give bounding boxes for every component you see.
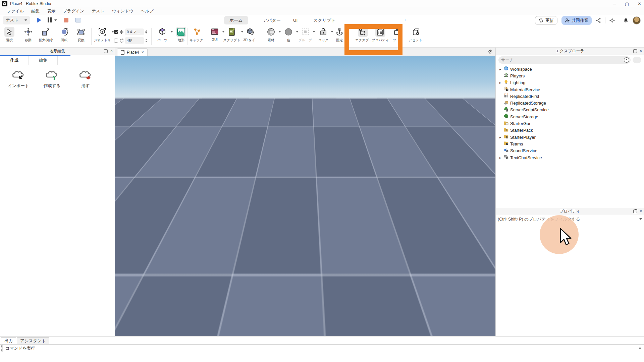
- transform-tool-button[interactable]: 変換: [72, 27, 90, 43]
- terrain-create-icon: [40, 70, 64, 81]
- asset-manager-button[interactable]: アセット..: [407, 27, 426, 43]
- ribbon-tab-UI[interactable]: UI: [288, 16, 303, 24]
- tree-item-SoundService[interactable]: SoundService: [496, 147, 644, 154]
- move-snap-checkbox[interactable]: [114, 30, 118, 34]
- script-button[interactable]: スクリプト: [222, 27, 241, 43]
- tree-item-StarterPlayer[interactable]: ▸ StarterPlayer: [496, 134, 644, 140]
- tab-close-icon[interactable]: ×: [142, 50, 144, 55]
- move-snap-value[interactable]: 0.4 マ...: [125, 28, 144, 35]
- close-panel-icon[interactable]: ×: [640, 209, 642, 214]
- stop-button[interactable]: [64, 18, 68, 22]
- ribbon-tab-アバター[interactable]: アバター: [258, 16, 286, 24]
- tree-item-ServerStorage[interactable]: ServerStorage: [496, 113, 644, 120]
- character-button[interactable]: キャラク..: [189, 27, 206, 43]
- update-button[interactable]: 更新: [535, 16, 557, 25]
- command-dropdown-icon[interactable]: [639, 348, 641, 349]
- terrain-tab-編集[interactable]: 編集: [29, 56, 58, 65]
- menu-item-ウィンドウ[interactable]: ウィンドウ: [109, 8, 137, 15]
- ribbon-tab-スクリプト[interactable]: スクリプト: [308, 16, 341, 24]
- select-tool-button[interactable]: 選択: [1, 27, 18, 43]
- collaborate-button[interactable]: 共同作業: [561, 16, 592, 25]
- tree-item-StarterPack[interactable]: StarterPack: [496, 127, 644, 134]
- test-mode-dropdown[interactable]: テスト: [3, 16, 30, 24]
- material-button[interactable]: 素材: [262, 27, 280, 43]
- geometry-dropdown-icon[interactable]: [111, 31, 114, 33]
- asset-manager-label: アセット..: [407, 38, 426, 43]
- gui-button[interactable]: GUI: [206, 27, 223, 42]
- menu-item-テスト[interactable]: テスト: [88, 8, 108, 15]
- popout-icon[interactable]: [633, 209, 637, 213]
- drag-grip[interactable]: [0, 345, 3, 352]
- play-button[interactable]: [37, 17, 41, 23]
- pause-dropdown-icon[interactable]: [54, 19, 57, 21]
- tree-item-ServerScriptService[interactable]: ServerScriptService: [496, 107, 644, 113]
- add-tab-button[interactable]: +: [404, 17, 407, 22]
- spawn-platform[interactable]: [229, 167, 377, 250]
- explorer-more-button[interactable]: ...: [633, 57, 641, 63]
- tree-item-TextChatService[interactable]: ▸ TextChatService: [496, 154, 644, 161]
- import-3d-button[interactable]: 3D をイ..: [241, 27, 260, 43]
- menu-item-プラグイン[interactable]: プラグイン: [59, 8, 88, 15]
- terrain-tab-作成[interactable]: 作成: [0, 56, 29, 65]
- maximize-button[interactable]: ▢: [625, 1, 629, 6]
- rotate-tool-button[interactable]: 回転: [55, 27, 73, 43]
- place-file-icon: [121, 50, 124, 55]
- expand-arrow-icon[interactable]: ▸: [498, 81, 502, 84]
- close-panel-icon[interactable]: ×: [640, 49, 642, 53]
- terrain-tool-作成する[interactable]: 作成する: [40, 70, 64, 89]
- ribbon-tab-ホーム[interactable]: ホーム: [224, 16, 248, 24]
- search-history-icon[interactable]: [624, 57, 629, 63]
- expand-arrow-icon[interactable]: ▸: [498, 156, 502, 160]
- place-tab[interactable]: Place4 ×: [117, 48, 148, 56]
- expand-arrow-icon[interactable]: ▸: [498, 67, 502, 71]
- command-bar[interactable]: コマンドを実行: [0, 344, 644, 352]
- minimize-button[interactable]: ─: [613, 1, 616, 6]
- move-snap-stepper[interactable]: [145, 30, 147, 34]
- tree-item-Lighting[interactable]: ▸ Lighting: [496, 79, 644, 86]
- explorer-search[interactable]: [498, 56, 631, 64]
- tree-item-MaterialService[interactable]: MaterialService: [496, 86, 644, 93]
- import-3d-label: 3D をイ..: [241, 38, 260, 43]
- tree-item-Teams[interactable]: Teams: [496, 140, 644, 147]
- explorer-search-input[interactable]: [501, 58, 628, 62]
- user-avatar[interactable]: [633, 16, 641, 24]
- popout-icon[interactable]: [633, 49, 637, 53]
- parts-button[interactable]: パーツ: [154, 27, 171, 43]
- close-panel-icon[interactable]: ×: [110, 49, 113, 53]
- rotate-snap-stepper[interactable]: [145, 39, 147, 42]
- assistant-sparkle-icon[interactable]: [609, 18, 615, 23]
- tree-item-Players[interactable]: Players: [496, 72, 644, 79]
- share-icon[interactable]: [596, 18, 601, 23]
- menu-item-ヘルプ[interactable]: ヘルプ: [138, 8, 157, 15]
- geometry-button[interactable]: ジオメトリ: [93, 27, 112, 43]
- lock-button[interactable]: ロック: [315, 27, 332, 43]
- menu-item-編集[interactable]: 編集: [28, 8, 43, 15]
- filter-dropdown-icon[interactable]: [639, 218, 642, 220]
- pause-button[interactable]: [48, 17, 52, 22]
- terrain-tool-インポート[interactable]: インポート: [6, 70, 31, 89]
- tree-item-ReplicatedStorage[interactable]: ReplicatedStorage: [496, 100, 644, 106]
- popout-icon[interactable]: [104, 49, 108, 53]
- tree-item-StarterGui[interactable]: StarterGui: [496, 120, 644, 127]
- expand-arrow-icon[interactable]: ▸: [498, 135, 502, 139]
- close-button[interactable]: ✕: [638, 1, 641, 6]
- scale-tool-button[interactable]: 拡大/縮小: [36, 27, 56, 43]
- tree-item-ReplicatedFirst[interactable]: ReplicatedFirst: [496, 93, 644, 100]
- command-input[interactable]: コマンドを実行: [3, 346, 35, 351]
- menu-item-ファイル[interactable]: ファイル: [3, 8, 27, 15]
- game-settings-icon[interactable]: [75, 18, 81, 22]
- color-button[interactable]: 色: [280, 27, 297, 43]
- tree-item-Workspace[interactable]: ▸ Workspace: [496, 66, 644, 72]
- notifications-bell-icon[interactable]: [623, 18, 629, 23]
- rotate-snap-checkbox[interactable]: [114, 39, 118, 43]
- menu-item-表示[interactable]: 表示: [44, 8, 59, 15]
- 3d-viewport[interactable]: [115, 56, 495, 336]
- rotate-snap-value[interactable]: 45°: [125, 37, 144, 44]
- viewport-settings-gear-icon[interactable]: [488, 49, 493, 54]
- move-tool-button[interactable]: 移動: [19, 27, 37, 43]
- active-panel-indicator: [0, 55, 70, 56]
- group-button[interactable]: グループ: [297, 27, 314, 43]
- dock-tab-出力[interactable]: 出力: [1, 337, 16, 344]
- dock-tab-アシスタント[interactable]: アシスタント: [17, 337, 49, 344]
- terrain-tool-消す[interactable]: 消す: [73, 70, 98, 89]
